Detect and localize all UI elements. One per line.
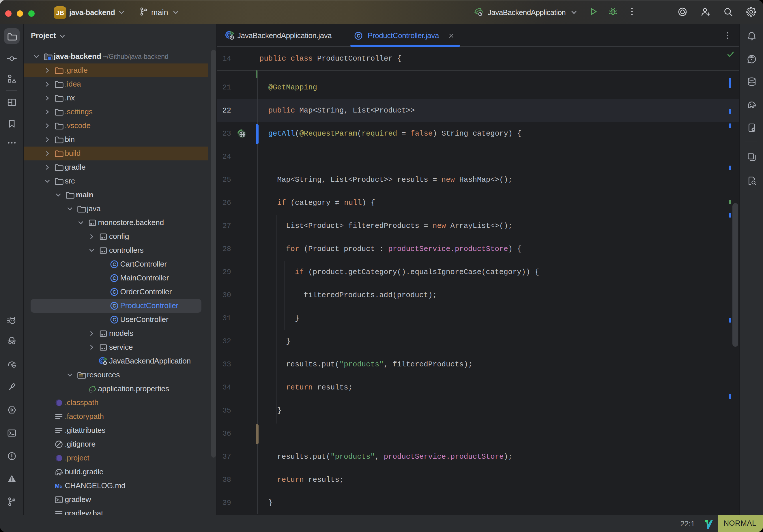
svg-text:M: M bbox=[55, 483, 60, 489]
svg-text:C: C bbox=[113, 289, 116, 294]
svg-text:C: C bbox=[357, 33, 360, 38]
svg-text:C: C bbox=[113, 262, 116, 267]
svg-text:C: C bbox=[113, 317, 116, 322]
svg-text:C: C bbox=[113, 303, 116, 308]
svg-text:C: C bbox=[113, 275, 116, 281]
